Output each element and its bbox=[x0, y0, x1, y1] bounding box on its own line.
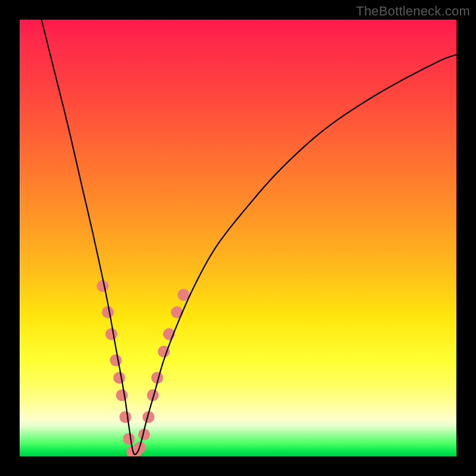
data-marker bbox=[105, 328, 117, 340]
bottleneck-curve bbox=[42, 20, 456, 455]
data-marker bbox=[102, 306, 114, 318]
data-marker bbox=[120, 411, 131, 423]
watermark-label: TheBottleneck.com bbox=[356, 4, 470, 19]
chart-frame: TheBottleneck.com bbox=[0, 0, 476, 476]
data-markers bbox=[96, 280, 189, 456]
data-marker bbox=[123, 433, 135, 445]
data-marker bbox=[116, 389, 128, 401]
plot-area bbox=[20, 20, 456, 456]
data-marker bbox=[96, 280, 108, 292]
data-marker bbox=[113, 372, 125, 384]
data-marker bbox=[109, 355, 121, 367]
curve-layer bbox=[20, 20, 456, 456]
